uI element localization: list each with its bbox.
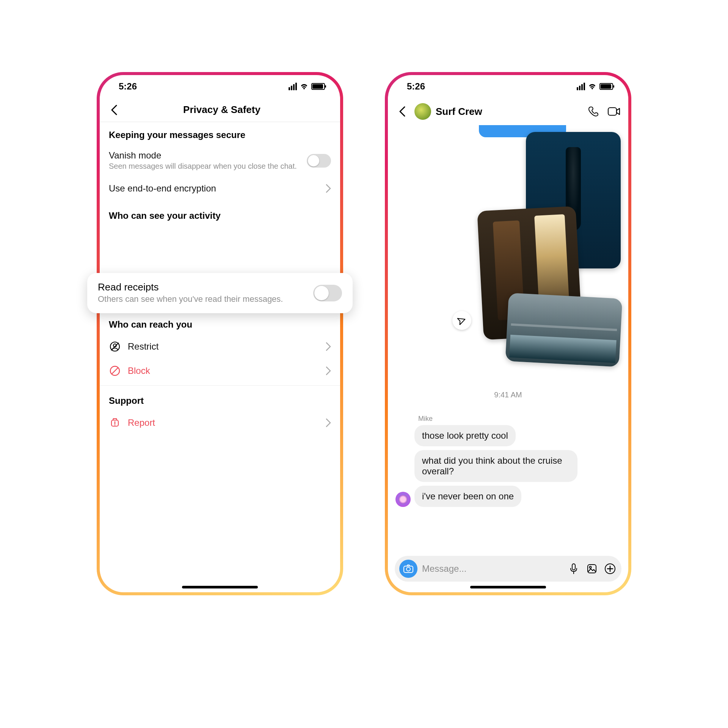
- svg-point-10: [406, 567, 410, 571]
- back-button[interactable]: [395, 104, 410, 119]
- home-indicator: [182, 586, 258, 588]
- chat-body: 9:41 AM Mike those look pretty cool what…: [388, 125, 628, 552]
- chevron-right-icon: [326, 342, 331, 351]
- vanish-mode-row[interactable]: Vanish mode Seen messages will disappear…: [100, 145, 340, 176]
- message-input[interactable]: Message...: [422, 563, 562, 574]
- e2e-title: Use end-to-end encryption: [109, 183, 326, 194]
- settings-nav: Privacy & Safety: [100, 98, 340, 122]
- vanish-mode-toggle[interactable]: [307, 154, 331, 168]
- svg-rect-8: [608, 108, 617, 115]
- read-receipts-card[interactable]: Read receipts Others can see when you've…: [87, 273, 353, 313]
- restrict-label: Restrict: [128, 341, 326, 352]
- e2e-row[interactable]: Use end-to-end encryption: [100, 176, 340, 201]
- cellular-icon: [289, 83, 297, 90]
- chevron-right-icon: [326, 418, 331, 427]
- report-row[interactable]: Report: [100, 411, 340, 435]
- battery-icon: [311, 83, 325, 90]
- report-icon: [109, 417, 121, 429]
- page-title: Privacy & Safety: [110, 104, 333, 116]
- messages: Mike those look pretty cool what did you…: [388, 413, 628, 511]
- status-time: 5:26: [119, 81, 137, 92]
- report-label: Report: [128, 417, 326, 428]
- section-secure: Keeping your messages secure: [100, 122, 340, 145]
- timestamp: 9:41 AM: [388, 391, 628, 399]
- chat-title[interactable]: Surf Crew: [436, 106, 582, 118]
- read-receipts-sub: Others can see when you've read their me…: [98, 294, 313, 305]
- cellular-icon: [577, 83, 585, 90]
- svg-point-13: [590, 566, 592, 568]
- message-row: what did you think about the cruise over…: [395, 450, 621, 482]
- message-bubble[interactable]: what did you think about the cruise over…: [414, 450, 577, 482]
- call-button[interactable]: [587, 104, 602, 119]
- sender-name: Mike: [418, 415, 621, 423]
- svg-line-4: [111, 367, 118, 374]
- message-row: i've never been on one: [395, 486, 621, 507]
- block-row[interactable]: Block: [100, 359, 340, 383]
- share-button[interactable]: [452, 311, 471, 330]
- message-composer[interactable]: Message...: [395, 556, 621, 582]
- section-activity: Who can see your activity: [100, 201, 340, 226]
- chat-avatar[interactable]: [414, 103, 431, 120]
- svg-rect-12: [588, 565, 596, 573]
- chevron-right-icon: [326, 366, 331, 375]
- phone-chat: 5:26 Surf Crew: [385, 72, 631, 595]
- camera-button[interactable]: [399, 560, 417, 578]
- message-bubble[interactable]: i've never been on one: [414, 486, 521, 507]
- chevron-right-icon: [326, 184, 331, 193]
- message-row: those look pretty cool: [395, 425, 621, 446]
- wifi-icon: [588, 83, 596, 90]
- status-bar: 5:26: [100, 75, 340, 98]
- read-receipts-toggle[interactable]: [313, 285, 342, 301]
- section-reach: Who can reach you: [100, 312, 340, 334]
- sender-avatar[interactable]: [395, 492, 411, 507]
- battery-icon: [599, 83, 613, 90]
- status-bar: 5:26: [388, 75, 628, 98]
- voice-button[interactable]: [567, 562, 581, 576]
- wifi-icon: [300, 83, 308, 90]
- section-support: Support: [100, 388, 340, 411]
- add-button[interactable]: [603, 562, 617, 576]
- vanish-mode-sub: Seen messages will disappear when you cl…: [109, 162, 307, 171]
- phone-settings: 5:26 Privacy & Safety Keeping your messa…: [97, 72, 343, 595]
- status-icons: [577, 83, 613, 90]
- photo-attachment[interactable]: [505, 293, 622, 367]
- restrict-icon: [109, 340, 121, 353]
- video-call-button[interactable]: [606, 104, 621, 119]
- block-icon: [109, 365, 121, 377]
- gallery-button[interactable]: [585, 562, 599, 576]
- status-icons: [289, 83, 325, 90]
- svg-rect-11: [572, 564, 575, 570]
- status-time: 5:26: [407, 81, 425, 92]
- home-indicator: [470, 586, 546, 588]
- message-bubble[interactable]: those look pretty cool: [414, 425, 516, 446]
- svg-point-7: [115, 425, 116, 426]
- vanish-mode-title: Vanish mode: [109, 150, 307, 161]
- block-label: Block: [128, 366, 326, 376]
- read-receipts-title: Read receipts: [98, 281, 313, 293]
- restrict-row[interactable]: Restrict: [100, 334, 340, 359]
- chat-header: Surf Crew: [388, 98, 628, 125]
